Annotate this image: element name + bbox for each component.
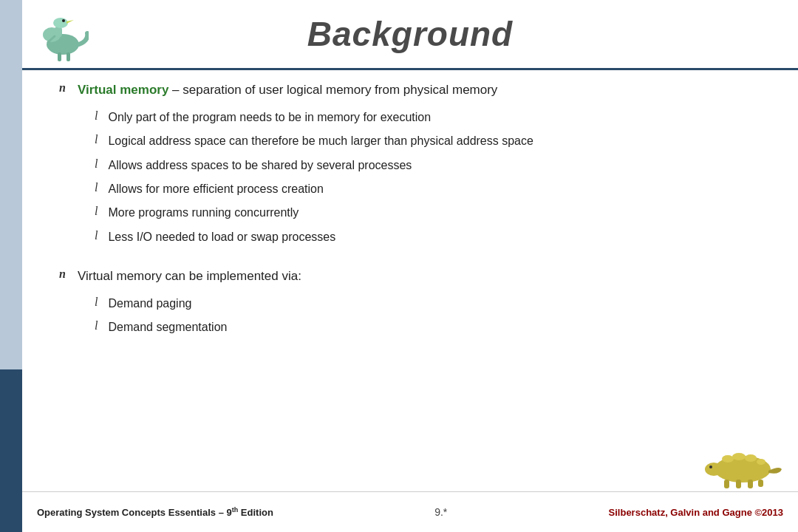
sub-bullet-text: Allows address spaces to be shared by se… [108,157,412,174]
sidebar-top [0,0,22,369]
sidebar-bottom [0,369,22,532]
sub-marker: l [95,109,98,123]
bullet-section-1: n Virtual memory – separation of user lo… [59,81,768,245]
dino-left-icon [30,4,89,63]
sub-bullet-text: Less I/O needed to load or swap processe… [108,229,335,245]
svg-rect-16 [748,480,753,488]
svg-rect-5 [58,52,61,61]
sub-bullet-1-5: l More programs running concurrently [95,205,768,221]
sub-marker: l [95,205,98,218]
sub-marker: l [95,133,98,146]
footer: Operating System Concepts Essentials – 9… [22,491,798,532]
sub-bullet-1-4: l Allows for more efficient process crea… [95,181,768,197]
svg-rect-14 [724,480,729,488]
sub-bullet-2-2: l Demand segmentation [95,319,768,335]
bullet-text-2: Virtual memory can be implemented via: [78,267,301,285]
svg-rect-15 [736,480,741,488]
sub-bullet-text: Only part of the program needs to be in … [108,109,431,126]
main-bullet-2: n Virtual memory can be implemented via: [59,267,768,285]
sub-bullet-text: Demand paging [108,296,191,312]
bullet-text-1: Virtual memory – separation of user logi… [78,81,497,99]
svg-point-10 [745,454,757,462]
svg-rect-6 [66,52,70,61]
sub-bullet-text: More programs running concurrently [108,205,299,221]
bullet-section-2: n Virtual memory can be implemented via:… [59,267,768,336]
svg-rect-17 [758,480,763,487]
sub-bullet-1-2: l Logical address space can therefore be… [95,133,768,149]
sub-marker: l [95,296,98,309]
page-title: Background [307,14,513,54]
bullet-marker-1: n [59,81,66,95]
dino-right-icon [702,432,783,491]
bullet-marker-2: n [59,267,66,281]
sub-marker: l [95,319,98,332]
sub-bullet-text: Allows for more efficient process creati… [108,181,323,197]
main-content: n Virtual memory – separation of user lo… [44,74,783,488]
sub-marker: l [95,157,98,171]
bullet-text-1-plain: – separation of user logical memory from… [168,83,497,97]
svg-point-9 [732,453,746,460]
svg-point-3 [53,18,68,28]
sub-bullet-2-1: l Demand paging [95,296,768,312]
footer-center-text: 9.* [434,506,447,518]
footer-left-text: Operating System Concepts Essentials – 9… [37,506,273,518]
sub-marker: l [95,181,98,194]
svg-point-11 [757,459,765,465]
sub-marker: l [95,229,98,242]
svg-point-12 [705,463,723,476]
main-bullet-1: n Virtual memory – separation of user lo… [59,81,768,99]
sub-bullets-1: l Only part of the program needs to be i… [95,109,768,245]
sub-bullet-text: Demand segmentation [108,319,227,335]
footer-right-text: Silberschatz, Galvin and Gagne ©2013 [609,507,783,518]
svg-point-4 [62,19,65,22]
sub-bullet-1-1: l Only part of the program needs to be i… [95,109,768,126]
sub-bullet-1-6: l Less I/O needed to load or swap proces… [95,229,768,245]
header: Background [22,0,798,70]
svg-point-8 [722,455,734,463]
sub-bullets-2: l Demand paging l Demand segmentation [95,296,768,336]
left-sidebar [0,0,22,532]
highlight-text: Virtual memory [78,83,168,97]
sub-bullet-1-3: l Allows address spaces to be shared by … [95,157,768,174]
svg-point-13 [709,466,712,468]
sub-bullet-text: Logical address space can therefore be m… [108,133,533,149]
